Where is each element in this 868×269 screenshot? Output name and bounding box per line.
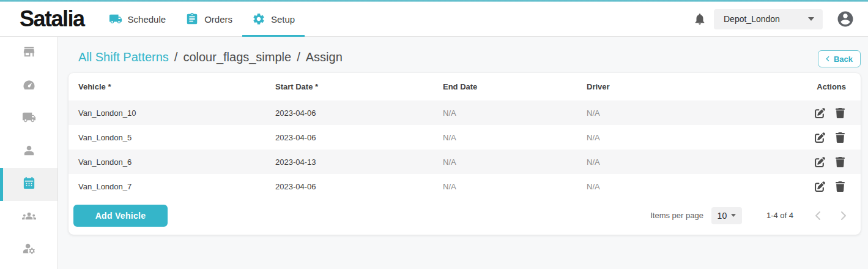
trash-icon[interactable] bbox=[835, 132, 845, 143]
trash-icon[interactable] bbox=[835, 157, 845, 167]
truck-icon bbox=[22, 110, 36, 127]
cell-vehicle: Van_London_5 bbox=[69, 133, 275, 142]
navbar-right: Depot_London bbox=[693, 9, 855, 29]
sidebar-item-user-management[interactable] bbox=[0, 233, 57, 267]
column-header-driver: Driver bbox=[587, 82, 777, 91]
row-actions bbox=[777, 132, 861, 143]
cell-driver: N/A bbox=[587, 108, 777, 118]
cell-vehicle: Van_London_6 bbox=[69, 157, 275, 167]
people-icon bbox=[22, 209, 36, 225]
edit-icon[interactable] bbox=[815, 181, 825, 192]
row-actions bbox=[777, 181, 861, 192]
cell-end-date: N/A bbox=[443, 133, 587, 142]
table-row: Van_London_5 2023-04-06 N/A N/A bbox=[69, 125, 861, 150]
items-per-page-label: Items per page bbox=[650, 211, 703, 220]
main-nav: Schedule Orders Setup bbox=[99, 2, 305, 36]
breadcrumb-separator: / bbox=[297, 50, 300, 64]
depot-selector[interactable]: Depot_London bbox=[714, 9, 823, 29]
trash-icon[interactable] bbox=[835, 108, 845, 118]
add-vehicle-button[interactable]: Add Vehicle bbox=[73, 205, 168, 227]
cell-start-date: 2023-04-06 bbox=[275, 133, 443, 142]
table-row: Van_London_7 2023-04-06 N/A N/A bbox=[69, 174, 861, 199]
user-avatar-icon[interactable] bbox=[836, 10, 855, 28]
column-header-actions: Actions bbox=[777, 82, 861, 91]
left-sidebar bbox=[0, 37, 58, 269]
breadcrumb-separator: / bbox=[174, 50, 178, 64]
cell-start-date: 2023-04-06 bbox=[275, 108, 443, 118]
sidebar-item-depots[interactable] bbox=[0, 37, 57, 70]
person-icon bbox=[22, 143, 36, 160]
depot-selector-value: Depot_London bbox=[724, 14, 780, 24]
gear-icon bbox=[252, 12, 265, 26]
sidebar-item-dashboard[interactable] bbox=[0, 70, 57, 103]
sidebar-item-shift-patterns[interactable] bbox=[0, 168, 57, 201]
table-row: Van_London_10 2023-04-06 N/A N/A bbox=[69, 100, 861, 125]
breadcrumb: All Shift Patterns / colour_flags_simple… bbox=[78, 50, 343, 64]
table-footer: Add Vehicle Items per page 10 1-4 of 4 bbox=[69, 199, 861, 232]
calendar-icon bbox=[22, 176, 36, 192]
next-page-button[interactable] bbox=[836, 208, 851, 223]
edit-icon[interactable] bbox=[815, 132, 825, 143]
items-per-page-select[interactable]: 10 bbox=[711, 207, 742, 224]
previous-page-button[interactable] bbox=[811, 208, 825, 223]
bell-icon[interactable] bbox=[693, 12, 707, 26]
trash-icon[interactable] bbox=[835, 181, 845, 192]
cell-start-date: 2023-04-13 bbox=[275, 157, 443, 167]
assignment-table-card: Vehicle * Start Date * End Date Driver A… bbox=[69, 73, 861, 235]
sidebar-item-drivers[interactable] bbox=[0, 135, 57, 169]
cell-start-date: 2023-04-06 bbox=[275, 182, 443, 191]
chevron-left-icon bbox=[823, 55, 832, 63]
column-header-vehicle: Vehicle * bbox=[69, 82, 275, 91]
table-header-row: Vehicle * Start Date * End Date Driver A… bbox=[69, 73, 861, 100]
cell-end-date: N/A bbox=[443, 157, 587, 167]
people-gear-icon bbox=[22, 241, 36, 258]
cell-end-date: N/A bbox=[443, 108, 587, 118]
cell-end-date: N/A bbox=[443, 182, 587, 191]
sidebar-item-vehicles[interactable] bbox=[0, 102, 57, 135]
tab-schedule-label: Schedule bbox=[128, 14, 166, 25]
truck-icon bbox=[109, 12, 122, 26]
items-per-page-value: 10 bbox=[718, 211, 727, 221]
tab-setup[interactable]: Setup bbox=[242, 2, 305, 36]
back-button[interactable]: Back bbox=[818, 50, 861, 67]
sidebar-item-teams[interactable] bbox=[0, 201, 57, 234]
breadcrumb-item-pattern: colour_flags_simple bbox=[183, 50, 291, 64]
cell-driver: N/A bbox=[587, 157, 777, 167]
edit-icon[interactable] bbox=[815, 108, 825, 118]
breadcrumb-link-all-shift-patterns[interactable]: All Shift Patterns bbox=[78, 50, 169, 64]
breadcrumb-item-current: Assign bbox=[306, 50, 343, 64]
edit-icon[interactable] bbox=[815, 157, 825, 167]
table-row: Van_London_6 2023-04-13 N/A N/A bbox=[69, 150, 861, 174]
cell-driver: N/A bbox=[587, 133, 777, 142]
store-icon bbox=[22, 45, 36, 61]
pagination: Items per page 10 1-4 of 4 bbox=[650, 207, 861, 224]
cell-driver: N/A bbox=[587, 182, 777, 191]
cell-vehicle: Van_London_10 bbox=[69, 108, 275, 118]
back-button-label: Back bbox=[834, 55, 853, 64]
row-actions bbox=[777, 157, 861, 167]
tab-orders-label: Orders bbox=[204, 14, 232, 25]
top-navbar: Satalia Schedule Orders Setup Depot_Lond… bbox=[0, 2, 868, 37]
tab-schedule[interactable]: Schedule bbox=[99, 2, 176, 36]
satalia-logo: Satalia bbox=[20, 8, 84, 30]
app-window: Satalia Schedule Orders Setup Depot_Lond… bbox=[0, 0, 868, 269]
column-header-end-date: End Date bbox=[443, 82, 587, 91]
gauge-icon bbox=[22, 78, 36, 94]
tab-orders[interactable]: Orders bbox=[176, 2, 242, 36]
cell-vehicle: Van_London_7 bbox=[69, 182, 275, 191]
chevron-down-icon bbox=[808, 17, 814, 21]
column-header-start-date: Start Date * bbox=[275, 82, 443, 91]
pagination-range: 1-4 of 4 bbox=[766, 211, 793, 220]
row-actions bbox=[777, 108, 861, 118]
clipboard-icon bbox=[185, 12, 199, 26]
main-content: All Shift Patterns / colour_flags_simple… bbox=[58, 37, 868, 269]
tab-setup-label: Setup bbox=[271, 14, 295, 25]
chevron-down-icon bbox=[731, 214, 736, 217]
